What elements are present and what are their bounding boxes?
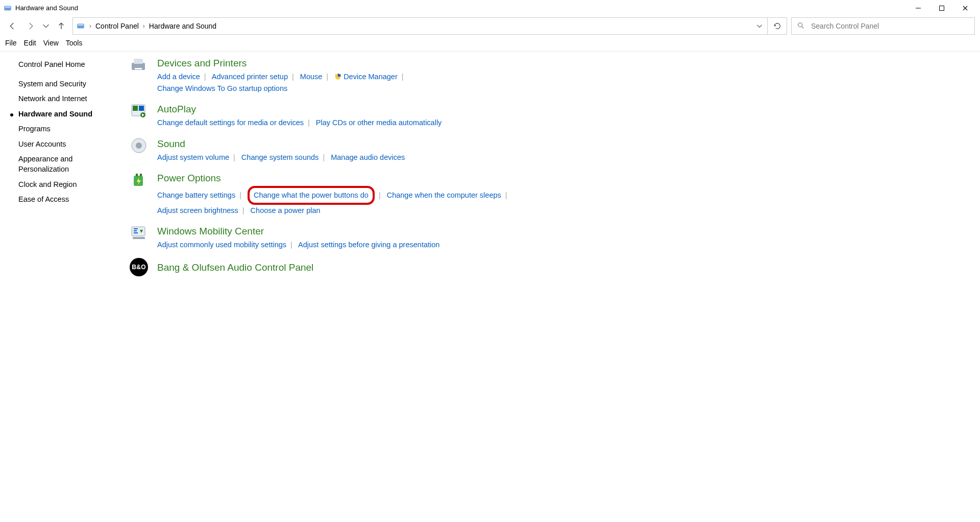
sidebar-item-clock-region[interactable]: Clock and Region bbox=[18, 180, 122, 190]
minimize-button[interactable] bbox=[906, 1, 930, 16]
category-mobility-center: Windows Mobility Center Adjust commonly … bbox=[128, 224, 980, 251]
category-title-devices-printers[interactable]: Devices and Printers bbox=[157, 58, 980, 69]
svg-point-18 bbox=[136, 143, 142, 149]
link-mouse[interactable]: Mouse bbox=[300, 73, 323, 81]
svg-rect-23 bbox=[133, 237, 145, 239]
sidebar-item-system-security[interactable]: System and Security bbox=[18, 79, 122, 89]
close-button[interactable] bbox=[953, 1, 977, 16]
recent-locations-button[interactable] bbox=[42, 19, 50, 33]
category-title-power-options[interactable]: Power Options bbox=[157, 173, 980, 184]
breadcrumb-hardware-sound[interactable]: Hardware and Sound bbox=[148, 22, 217, 30]
sound-icon bbox=[130, 136, 148, 155]
category-autoplay: AutoPlay Change default settings for med… bbox=[128, 102, 980, 129]
svg-rect-11 bbox=[134, 59, 143, 64]
link-choose-a-power-plan[interactable]: Choose a power plan bbox=[251, 206, 321, 215]
link-advanced-printer-setup[interactable]: Advanced printer setup bbox=[212, 73, 288, 81]
forward-button[interactable] bbox=[23, 19, 38, 33]
link-add-a-device[interactable]: Add a device bbox=[157, 73, 200, 81]
location-icon bbox=[75, 20, 86, 32]
link-manage-audio-devices[interactable]: Manage audio devices bbox=[331, 153, 405, 161]
devices-printers-icon bbox=[130, 56, 148, 74]
svg-rect-14 bbox=[133, 106, 138, 111]
refresh-button[interactable] bbox=[768, 17, 787, 35]
sidebar-item-ease-of-access[interactable]: Ease of Access bbox=[18, 195, 122, 205]
menu-tools[interactable]: Tools bbox=[66, 39, 83, 47]
menubar: File Edit View Tools bbox=[0, 36, 980, 52]
link-adjust-mobility-settings[interactable]: Adjust commonly used mobility settings bbox=[157, 241, 286, 249]
svg-rect-0 bbox=[4, 6, 11, 10]
menu-file[interactable]: File bbox=[5, 39, 17, 47]
breadcrumb-separator-icon: › bbox=[143, 22, 145, 30]
power-options-icon bbox=[130, 171, 148, 189]
svg-rect-1 bbox=[5, 7, 11, 8]
navigation-row: › Control Panel › Hardware and Sound bbox=[0, 16, 980, 36]
category-title-mobility-center[interactable]: Windows Mobility Center bbox=[157, 226, 980, 237]
category-devices-printers: Devices and Printers Add a device| Advan… bbox=[128, 56, 980, 94]
shield-icon bbox=[334, 72, 341, 79]
addressbar[interactable]: › Control Panel › Hardware and Sound bbox=[72, 17, 768, 35]
link-adjust-settings-presentation[interactable]: Adjust settings before giving a presenta… bbox=[298, 241, 439, 249]
sidebar-item-user-accounts[interactable]: User Accounts bbox=[18, 139, 122, 150]
maximize-button[interactable] bbox=[930, 1, 953, 16]
address-history-dropdown[interactable] bbox=[754, 22, 765, 30]
category-title-sound[interactable]: Sound bbox=[157, 138, 980, 150]
search-box[interactable] bbox=[791, 17, 975, 35]
svg-rect-21 bbox=[140, 174, 142, 176]
up-button[interactable] bbox=[54, 19, 68, 33]
sidebar-item-programs[interactable]: Programs bbox=[18, 124, 122, 134]
breadcrumb-separator-icon: › bbox=[89, 22, 91, 30]
link-adjust-screen-brightness[interactable]: Adjust screen brightness bbox=[157, 206, 238, 215]
back-button[interactable] bbox=[5, 19, 19, 33]
sidebar-item-hardware-sound[interactable]: Hardware and Sound bbox=[18, 109, 122, 120]
svg-rect-20 bbox=[136, 174, 138, 176]
annotation-highlight: Change what the power buttons do bbox=[248, 186, 375, 205]
svg-rect-6 bbox=[77, 24, 84, 29]
category-title-bang-olufsen[interactable]: Bang & Olufsen Audio Control Panel bbox=[157, 262, 980, 273]
sidebar: Control Panel Home System and Security N… bbox=[0, 52, 128, 283]
category-bang-olufsen: B&O Bang & Olufsen Audio Control Panel bbox=[128, 258, 980, 276]
link-change-default-settings-media[interactable]: Change default settings for media or dev… bbox=[157, 118, 304, 127]
mobility-center-icon bbox=[130, 224, 148, 242]
menu-view[interactable]: View bbox=[43, 39, 59, 47]
link-adjust-system-volume[interactable]: Adjust system volume bbox=[157, 153, 229, 161]
link-change-when-computer-sleeps[interactable]: Change when the computer sleeps bbox=[387, 191, 501, 199]
svg-rect-15 bbox=[139, 106, 144, 111]
titlebar: Hardware and Sound bbox=[0, 0, 980, 16]
bang-olufsen-icon: B&O bbox=[130, 258, 148, 276]
category-power-options: Power Options Change battery settings| C… bbox=[128, 171, 980, 217]
content-area: Devices and Printers Add a device| Advan… bbox=[128, 52, 980, 283]
svg-point-8 bbox=[798, 22, 802, 27]
link-change-system-sounds[interactable]: Change system sounds bbox=[241, 153, 319, 161]
sidebar-control-panel-home[interactable]: Control Panel Home bbox=[18, 60, 122, 70]
link-change-what-power-buttons-do[interactable]: Change what the power buttons do bbox=[254, 191, 369, 199]
sidebar-item-appearance-personalization[interactable]: Appearance and Personalization bbox=[18, 154, 122, 174]
window-icon bbox=[3, 4, 12, 13]
link-play-cds-automatically[interactable]: Play CDs or other media automatically bbox=[316, 118, 442, 127]
svg-line-9 bbox=[802, 27, 803, 28]
search-input[interactable] bbox=[810, 21, 969, 31]
svg-rect-3 bbox=[940, 6, 944, 10]
svg-rect-12 bbox=[135, 68, 142, 69]
link-device-manager[interactable]: Device Manager bbox=[344, 73, 398, 81]
breadcrumb-control-panel[interactable]: Control Panel bbox=[94, 22, 140, 30]
svg-rect-7 bbox=[78, 25, 84, 26]
menu-edit[interactable]: Edit bbox=[24, 39, 36, 47]
svg-rect-22 bbox=[132, 227, 145, 236]
link-change-windows-to-go[interactable]: Change Windows To Go startup options bbox=[157, 84, 287, 92]
search-icon bbox=[797, 21, 805, 31]
window-title: Hardware and Sound bbox=[15, 4, 78, 12]
autoplay-icon bbox=[130, 102, 148, 120]
sidebar-item-network-internet[interactable]: Network and Internet bbox=[18, 94, 122, 104]
link-change-battery-settings[interactable]: Change battery settings bbox=[157, 191, 235, 199]
category-title-autoplay[interactable]: AutoPlay bbox=[157, 104, 980, 115]
category-sound: Sound Adjust system volume| Change syste… bbox=[128, 136, 980, 163]
